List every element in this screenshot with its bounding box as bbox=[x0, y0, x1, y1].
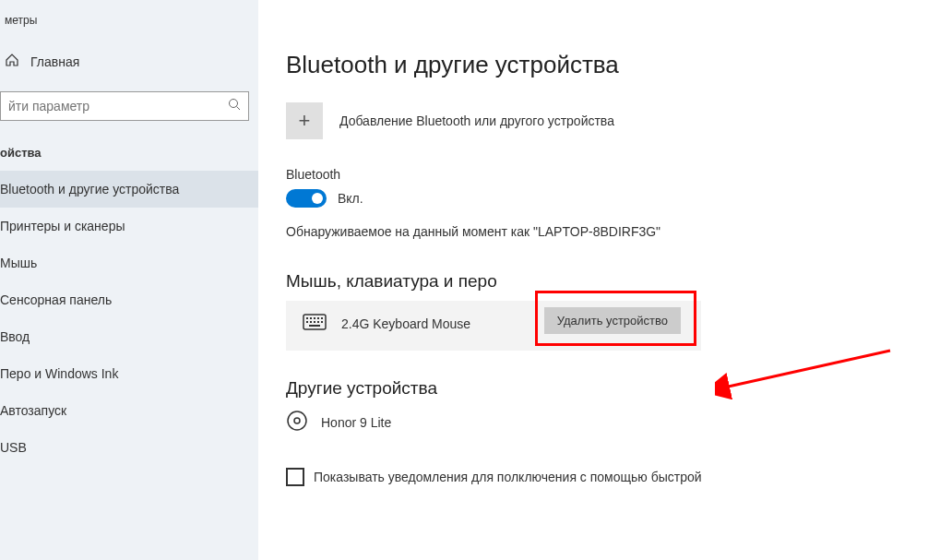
nav-label: Ввод bbox=[0, 329, 30, 344]
search-input[interactable] bbox=[0, 91, 249, 121]
notification-checkbox-row: Показывать уведомления для полключения с… bbox=[286, 468, 928, 486]
svg-line-1 bbox=[237, 107, 241, 111]
svg-rect-12 bbox=[321, 321, 323, 323]
checkbox-label: Показывать уведомления для полключения с… bbox=[314, 470, 702, 484]
sidebar-item-touchpad[interactable]: Сенсорная панель bbox=[0, 281, 258, 318]
sidebar-item-bluetooth[interactable]: Bluetooth и другие устройства bbox=[0, 171, 258, 208]
home-label: Главная bbox=[30, 54, 79, 69]
section-header: ойства bbox=[0, 135, 258, 171]
nav-label: Сенсорная панель bbox=[0, 292, 112, 307]
keyboard-icon bbox=[303, 314, 327, 334]
svg-rect-6 bbox=[317, 317, 319, 319]
home-link[interactable]: Главная bbox=[0, 45, 258, 77]
svg-rect-4 bbox=[310, 317, 312, 319]
add-device-button[interactable]: + Добавление Bluetooth или другого устро… bbox=[286, 102, 928, 139]
discoverable-text: Обнаруживаемое на данный момент как "LAP… bbox=[286, 224, 928, 239]
sidebar-item-mouse[interactable]: Мышь bbox=[0, 244, 258, 281]
section-mouse-heading: Мышь, клавиатура и перо bbox=[286, 271, 928, 292]
svg-rect-9 bbox=[310, 321, 312, 323]
nav-label: Автозапуск bbox=[0, 403, 66, 418]
remove-device-button[interactable]: Удалить устройство bbox=[544, 307, 681, 334]
other-device-row[interactable]: Honor 9 Lite bbox=[286, 410, 928, 435]
plus-icon: + bbox=[286, 102, 323, 139]
sidebar: метры Главная ойства Bluetooth и другие … bbox=[0, 0, 258, 560]
home-icon bbox=[5, 53, 19, 70]
nav-label: Перо и Windows Ink bbox=[0, 366, 118, 381]
search-icon bbox=[228, 98, 241, 114]
sidebar-item-autoplay[interactable]: Автозапуск bbox=[0, 392, 258, 429]
svg-rect-10 bbox=[314, 321, 315, 323]
disc-icon bbox=[286, 410, 308, 435]
bluetooth-toggle-row: Вкл. bbox=[286, 189, 928, 208]
svg-rect-3 bbox=[306, 317, 308, 319]
bluetooth-label: Bluetooth bbox=[286, 167, 928, 182]
sidebar-item-printers[interactable]: Принтеры и сканеры bbox=[0, 208, 258, 244]
svg-rect-5 bbox=[314, 317, 315, 319]
toggle-state-label: Вкл. bbox=[338, 191, 363, 206]
svg-rect-11 bbox=[317, 321, 319, 323]
window-title: метры bbox=[0, 14, 258, 45]
page-title: Bluetooth и другие устройства bbox=[286, 51, 928, 79]
nav-label: Принтеры и сканеры bbox=[0, 219, 125, 233]
sidebar-item-usb[interactable]: USB bbox=[0, 429, 258, 466]
svg-point-0 bbox=[230, 100, 238, 108]
nav-label: USB bbox=[0, 440, 27, 455]
bluetooth-toggle[interactable] bbox=[286, 189, 327, 208]
add-device-label: Добавление Bluetooth или другого устройс… bbox=[339, 113, 614, 128]
nav-label: Bluetooth и другие устройства bbox=[0, 182, 179, 197]
search-field[interactable] bbox=[8, 99, 228, 113]
sidebar-item-typing[interactable]: Ввод bbox=[0, 318, 258, 355]
svg-rect-13 bbox=[309, 325, 320, 327]
device-card[interactable]: 2.4G Keyboard Mouse Удалить устройство bbox=[286, 301, 701, 351]
other-device-name: Honor 9 Lite bbox=[321, 415, 391, 430]
section-other-heading: Другие устройства bbox=[286, 378, 928, 399]
checkbox[interactable] bbox=[286, 468, 304, 486]
sidebar-item-pen[interactable]: Перо и Windows Ink bbox=[0, 355, 258, 392]
nav-label: Мышь bbox=[0, 256, 37, 270]
svg-point-15 bbox=[294, 418, 300, 423]
svg-rect-8 bbox=[306, 321, 308, 323]
device-name: 2.4G Keyboard Mouse bbox=[341, 316, 470, 331]
main-content: Bluetooth и другие устройства + Добавлен… bbox=[258, 0, 928, 560]
svg-point-14 bbox=[288, 411, 306, 430]
svg-rect-7 bbox=[321, 317, 323, 319]
